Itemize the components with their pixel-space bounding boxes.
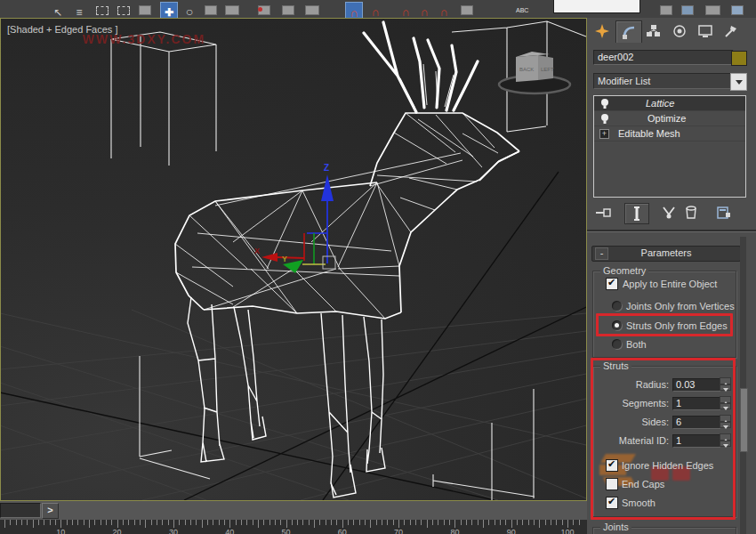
panel-divider [587,230,756,232]
frame-tick [185,520,186,525]
make-unique-icon [662,206,676,220]
reference-coordinate-dropdown[interactable] [224,2,240,18]
move-gizmo[interactable]: Z X Y [254,163,335,273]
select-manipulate-icon[interactable] [280,2,296,18]
panel-scrollbar[interactable] [740,237,746,534]
object-name-field[interactable]: deer002 [593,50,734,65]
select-object-icon[interactable]: ↖ [50,2,66,18]
frame-tick [562,520,563,525]
frame-tick [522,520,523,525]
modifier-list-dropdown[interactable]: Modifier List [593,73,738,89]
frame-tick [342,520,343,528]
snap-toggle-25d-button[interactable]: ∩ [345,2,363,19]
both-radio[interactable] [612,339,622,349]
gizmo-x-arrow[interactable] [261,253,277,262]
show-end-result-icon [632,206,641,221]
maxscript-mini-listener[interactable] [0,503,41,518]
pin-icon [596,206,612,219]
frame-tick [33,520,34,528]
frame-tick [461,520,462,525]
panel-scrollbar-thumb[interactable] [740,388,748,452]
frame-tick [302,520,303,525]
dummy-helper-object[interactable]: BACK LEFT [499,52,570,93]
tab-utilities[interactable] [719,20,744,42]
perspective-viewport[interactable]: BACK LEFT [0,18,587,501]
motion-icon [672,24,687,38]
frame-number-label: 50 [281,528,290,534]
frame-tick [505,520,506,525]
edit-named-selection-icon[interactable] [459,2,475,18]
frame-tick [38,520,39,525]
frame-number-label: 10 [56,528,65,534]
select-by-name-icon[interactable]: ≡ [71,2,87,18]
tab-display[interactable] [693,20,718,42]
frame-tick [21,520,22,525]
keyboard-shortcut-toggle-icon[interactable] [304,2,320,18]
make-unique-button[interactable] [657,203,680,222]
frame-tick [67,520,68,525]
select-and-rotate-button[interactable]: ○ [181,2,197,18]
frame-tick [410,520,411,525]
selection-filter-icon[interactable] [116,2,132,18]
stack-item-editable-mesh[interactable]: + Editable Mesh [594,126,745,142]
frame-tick [528,520,529,525]
frame-tick [253,520,253,525]
tab-modify[interactable] [615,20,642,43]
select-and-move-button[interactable]: ✚ [160,2,178,19]
frame-tick [393,520,394,525]
use-pivot-center-icon[interactable] [256,2,272,18]
frame-tick [173,520,174,528]
layer-manager-icon[interactable] [704,2,720,18]
frame-tick [84,520,84,525]
frame-tick [16,520,17,525]
percent-snap-toggle-icon[interactable]: ∩ [416,2,432,18]
show-end-result-button[interactable] [624,203,649,224]
frame-tick [151,520,152,525]
trash-bin-icon [685,206,697,220]
rect-selection-region-icon[interactable] [94,2,110,18]
frame-tick [511,520,512,528]
frame-tick [219,520,220,525]
frame-tick [134,520,135,525]
command-panel: deer002 Modifier List Lattice Optimize +… [587,18,756,534]
time-slider-ruler[interactable]: 102030405060708090100 [0,520,587,534]
frame-number-label: 30 [169,528,178,534]
joints-only-vertices-radio[interactable] [612,301,622,311]
modifier-list-dropdown-arrow[interactable] [730,73,747,91]
apply-entire-object-checkbox[interactable] [606,278,618,290]
object-color-swatch[interactable] [731,51,747,66]
stack-item-optimize[interactable]: Optimize [594,111,745,126]
frame-tick [556,520,557,525]
tab-create[interactable] [590,20,615,42]
spinner-snap-toggle-icon[interactable]: ∩ [436,2,452,18]
gizmo-x-label: X [254,247,260,255]
frame-tick [471,520,472,525]
mirror-icon[interactable] [658,2,674,18]
window-crossing-icon[interactable] [137,2,153,18]
stack-item-lattice[interactable]: Lattice [594,96,745,111]
align-icon[interactable] [680,2,696,18]
frame-tick [545,520,546,525]
tab-motion[interactable] [667,20,692,42]
snap-toggle-3d-icon[interactable]: ∩ [367,2,383,18]
parameters-rollout-header[interactable]: - Parameters [591,246,741,262]
modifier-on-bulb-icon[interactable] [599,98,612,109]
remove-modifier-button[interactable] [680,203,703,222]
tab-hierarchy[interactable] [641,20,666,42]
configure-modifier-sets-button[interactable] [712,203,736,222]
grid-axis-lines [1,172,586,500]
site-watermark: WWW.3DXY.COM [83,32,205,46]
pin-stack-button[interactable] [592,203,615,222]
modifier-on-bulb-icon[interactable] [599,113,612,125]
frame-tick [336,520,337,525]
frame-tick [111,520,112,525]
mini-listener-expand-button[interactable]: > [42,503,59,519]
frame-tick [483,520,484,528]
angle-snap-toggle-icon[interactable]: ∩ [398,2,414,18]
create-selection-set-icon[interactable]: ABC [516,7,528,13]
select-and-scale-button[interactable] [203,2,219,18]
expand-plus-icon[interactable]: + [599,129,609,139]
frame-tick [382,520,382,525]
named-selection-sets-field[interactable] [553,0,640,13]
curve-editor-icon[interactable] [729,2,745,18]
